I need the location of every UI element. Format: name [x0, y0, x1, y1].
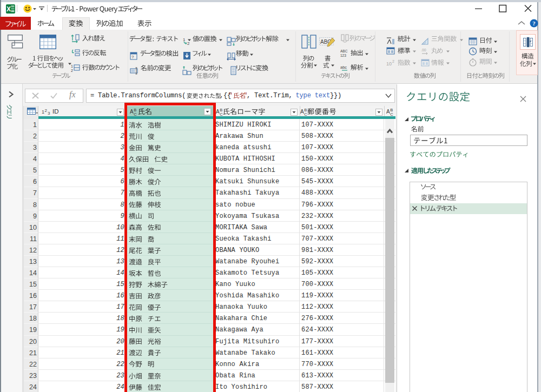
- svg-text:123: 123: [340, 54, 346, 57]
- svg-text:A: A: [386, 109, 390, 115]
- svg-text:C: C: [390, 112, 393, 116]
- svg-text:1: 1: [71, 64, 73, 68]
- svg-text:A: A: [216, 109, 220, 115]
- svg-text:abc: abc: [340, 65, 347, 70]
- svg-text:2: 2: [45, 108, 48, 113]
- svg-text:?: ?: [532, 20, 536, 26]
- svg-text:10: 10: [386, 61, 392, 67]
- svg-text:2: 2: [187, 41, 190, 46]
- svg-text:X: X: [6, 5, 11, 13]
- svg-text:.00: .00: [421, 48, 426, 52]
- svg-text:ABC: ABC: [340, 49, 348, 53]
- svg-text:?: ?: [131, 55, 134, 59]
- svg-text:1: 1: [42, 109, 44, 115]
- svg-text:3: 3: [48, 111, 50, 115]
- svg-text:1: 1: [183, 37, 186, 42]
- svg-text:A: A: [300, 109, 304, 115]
- svg-text:2: 2: [392, 59, 394, 63]
- svg-text:2: 2: [71, 69, 73, 72]
